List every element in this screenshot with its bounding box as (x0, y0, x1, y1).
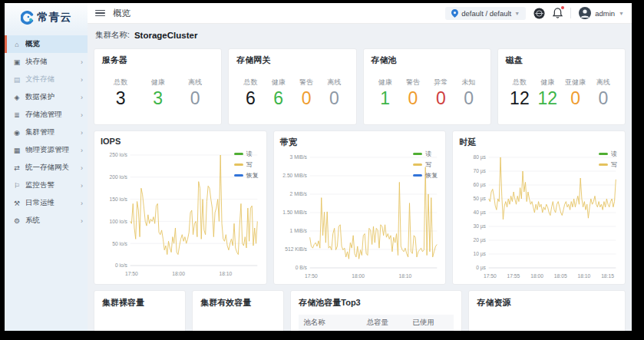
svg-text:18:10: 18:10 (398, 273, 411, 279)
chevron-right-icon: › (81, 94, 83, 101)
stat-label: 总数 (506, 78, 533, 87)
system-gear-icon: ⚙ (12, 217, 21, 225)
pool-top3-title: 存储池容量Top3 (299, 297, 454, 309)
svg-text:17:50: 17:50 (484, 273, 497, 279)
sidebar-item-label: 存储池管理 (25, 110, 81, 120)
top-header: 概览 default / default ▼ (88, 3, 632, 24)
stat-亚健康: 亚健康0 (561, 78, 589, 107)
stat-value: 0 (561, 90, 589, 107)
stat-label: 离线 (590, 78, 617, 87)
legend-item-读[interactable]: 读 (413, 150, 438, 158)
stat-value: 0 (177, 90, 213, 107)
legend-item-写[interactable]: 写 (234, 160, 259, 169)
legend-label: 读 (611, 150, 617, 158)
legend-item-写[interactable]: 写 (413, 160, 438, 169)
home-icon: ⌂ (12, 41, 21, 48)
cluster-name-row: 集群名称: StorageCluster (88, 24, 632, 47)
svg-text:18:00: 18:00 (352, 273, 365, 279)
chevron-right-icon: › (81, 129, 83, 137)
stat-card-title: 服务器 (102, 54, 213, 66)
region-label: default / default (461, 9, 511, 18)
sidebar-item-unified-gateway[interactable]: ⇄统一存储网关› (5, 159, 88, 177)
chart-title: 带宽 (280, 137, 443, 148)
stat-警告: 警告0 (292, 78, 320, 107)
block-storage-icon: ▣ (12, 58, 21, 66)
legend-label: 写 (611, 160, 617, 169)
svg-text:2 MiB/s: 2 MiB/s (289, 191, 307, 196)
sidebar-item-data-protection[interactable]: ◈数据保护› (5, 88, 88, 106)
sidebar-item-label: 块存储 (25, 57, 81, 67)
svg-text:17:50: 17:50 (305, 273, 318, 279)
pool-col-header: 池名称 (299, 315, 362, 331)
legend-item-写[interactable]: 写 (599, 160, 617, 169)
region-selector[interactable]: default / default ▼ (445, 7, 526, 20)
logo-text: 常青云 (38, 11, 72, 25)
sidebar-item-storage-pool-mgmt[interactable]: ≣存储池管理› (5, 106, 88, 124)
legend-item-读[interactable]: 读 (234, 150, 259, 158)
cluster-name-label: 集群名称: (95, 30, 130, 41)
chart-card-latency: 时延读写0 µs10 µs20 µs30 µs40 µs50 µs60 µs70… (452, 130, 626, 285)
sidebar-item-overview[interactable]: ⌂概览 (5, 35, 88, 53)
svg-text:250 io/s: 250 io/s (109, 152, 127, 157)
sidebar-item-block-storage[interactable]: ▣块存储› (5, 53, 88, 71)
sidebar-item-cluster-mgmt[interactable]: ◉集群管理› (5, 124, 88, 141)
stat-value: 3 (102, 90, 139, 107)
sidebar-item-file-storage[interactable]: ▤文件存储› (5, 71, 88, 88)
svg-text:3 MiB/s: 3 MiB/s (289, 154, 307, 160)
chevron-right-icon: › (81, 111, 83, 119)
pool-top3-card: 存储池容量Top3 池名称总容量已使用 StoragePool43.7 TiB3… (290, 290, 462, 331)
sidebar-item-monitoring-alert[interactable]: ⚐监控告警› (5, 177, 88, 194)
user-menu[interactable]: admin ▼ (579, 7, 624, 19)
chevron-right-icon: › (81, 76, 83, 84)
stat-card-title: 磁盘 (506, 54, 617, 66)
svg-text:512 KiB/s: 512 KiB/s (285, 246, 307, 252)
svg-text:80 µs: 80 µs (474, 154, 487, 160)
sidebar-item-label: 监控告警 (25, 180, 81, 190)
stat-card-title: 存储池 (372, 54, 483, 66)
stat-value: 6 (236, 90, 264, 107)
logo: 常青云 (5, 3, 88, 32)
alert-bell-icon: ⚐ (12, 182, 21, 190)
legend-swatch (234, 174, 243, 177)
pool-col-header: 已使用 (408, 315, 454, 331)
globe-icon[interactable] (533, 8, 545, 19)
legend-label: 读 (425, 150, 431, 158)
legend-swatch (599, 163, 608, 166)
data-protection-icon: ◈ (12, 94, 21, 101)
stat-value: 0 (427, 90, 454, 107)
raw-capacity-card: 集群裸容量 (94, 290, 186, 331)
stat-总数: 总数12 (506, 78, 533, 107)
stat-label: 健康 (372, 78, 399, 87)
legend-item-读[interactable]: 读 (599, 150, 617, 158)
cluster-icon: ◉ (12, 129, 21, 137)
sidebar-collapse-icon[interactable] (95, 10, 105, 17)
cluster-name-value: StorageCluster (134, 31, 197, 40)
physical-resource-icon: ▦ (12, 147, 21, 154)
legend-label: 读 (246, 150, 253, 158)
svg-text:20 µs: 20 µs (474, 237, 487, 243)
file-storage-icon: ▤ (12, 76, 21, 84)
stat-value: 0 (320, 90, 348, 107)
stat-card-row: 服务器总数3健康3离线0存储网关总数6健康6警告0离线0存储池健康1警告0异常0… (94, 48, 626, 125)
legend-item-恢复[interactable]: 恢复 (234, 171, 259, 180)
legend-swatch (234, 163, 243, 166)
legend-swatch (599, 153, 608, 155)
chevron-right-icon: › (81, 182, 83, 190)
sidebar-item-physical-resource-mgmt[interactable]: ▦物理资源管理› (5, 141, 88, 159)
svg-text:18:00: 18:00 (531, 273, 544, 279)
brand-logo-icon (21, 11, 35, 25)
sidebar-item-label: 集群管理 (25, 127, 81, 137)
sidebar-item-daily-ops[interactable]: ⚒日常运维› (5, 194, 88, 212)
sidebar-item-system[interactable]: ⚙系统› (5, 212, 88, 229)
stat-value: 0 (590, 90, 617, 107)
stat-value: 12 (506, 90, 533, 107)
notification-bell-icon[interactable] (553, 8, 563, 18)
svg-text:17:55: 17:55 (507, 273, 520, 279)
legend-item-恢复[interactable]: 恢复 (413, 171, 438, 180)
legend-label: 写 (425, 160, 431, 169)
avatar (579, 7, 591, 19)
stat-value: 1 (372, 90, 399, 107)
effective-capacity-title: 集群有效容量 (200, 297, 276, 309)
stat-label: 健康 (265, 78, 292, 87)
svg-text:18:10: 18:10 (578, 273, 591, 279)
